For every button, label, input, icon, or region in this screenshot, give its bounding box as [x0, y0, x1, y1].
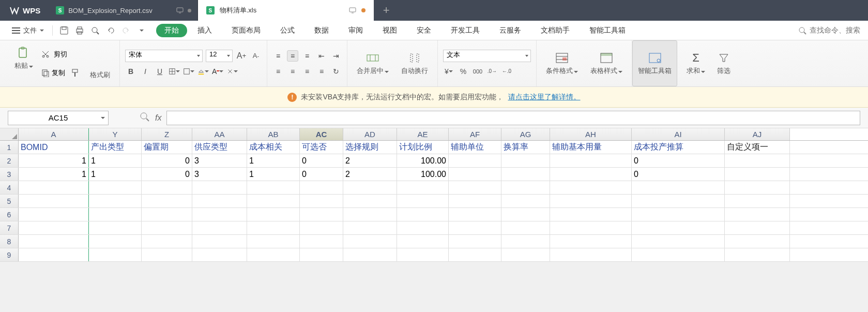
cell[interactable] — [397, 195, 449, 207]
cell[interactable] — [449, 235, 501, 248]
paste-button[interactable]: 粘贴 — [10, 47, 37, 70]
increase-decimal-icon[interactable]: .0→ — [486, 66, 498, 77]
new-tab-button[interactable]: + — [374, 0, 399, 21]
cell[interactable]: 成本相关 — [247, 141, 300, 154]
col-header-AD[interactable]: AD — [343, 128, 397, 140]
col-header-Z[interactable]: Z — [142, 128, 192, 140]
cell[interactable] — [397, 221, 449, 234]
cell[interactable] — [19, 208, 89, 221]
redo-icon[interactable] — [120, 24, 132, 37]
cell[interactable] — [343, 248, 397, 261]
file-menu[interactable]: 文件 — [8, 26, 48, 35]
cell[interactable]: 换算率 — [501, 141, 550, 154]
cell[interactable]: 偏置期 — [142, 141, 192, 154]
font-color-button[interactable]: A — [212, 66, 223, 77]
cell[interactable] — [501, 208, 550, 221]
cell[interactable] — [725, 221, 790, 234]
cell[interactable] — [550, 168, 632, 181]
cell[interactable] — [142, 195, 192, 207]
col-header-AG[interactable]: AG — [501, 128, 550, 140]
col-header-AC[interactable]: AC — [300, 128, 343, 140]
font-size-select[interactable]: 12 — [206, 50, 233, 62]
cell[interactable] — [449, 208, 501, 221]
align-right-icon[interactable]: ≡ — [301, 66, 313, 77]
cell[interactable] — [550, 181, 632, 194]
cell[interactable] — [300, 208, 343, 221]
cell[interactable] — [397, 235, 449, 248]
cell[interactable] — [550, 248, 632, 261]
cell[interactable] — [19, 181, 89, 194]
cell[interactable]: 1 — [19, 154, 89, 167]
cell[interactable] — [89, 235, 142, 248]
cell[interactable]: 3 — [192, 168, 247, 181]
fx-label[interactable]: fx — [155, 113, 161, 123]
customize-qat-icon[interactable] — [135, 24, 148, 37]
cell[interactable]: 辅助基本用量 — [550, 141, 632, 154]
cell[interactable] — [632, 248, 725, 261]
cell[interactable] — [19, 248, 89, 261]
col-header-Y[interactable]: Y — [89, 128, 142, 140]
auto-wrap-button[interactable]: 自动换行 — [397, 52, 432, 76]
decrease-font-icon[interactable]: A- — [250, 50, 262, 62]
cell[interactable] — [300, 248, 343, 261]
name-box[interactable]: AC15 — [8, 111, 109, 125]
cell[interactable] — [142, 221, 192, 234]
align-middle-icon[interactable]: ≡ — [287, 50, 298, 62]
menu-tab-doc-assist[interactable]: 文档助手 — [531, 21, 579, 40]
cell[interactable] — [247, 195, 300, 207]
col-header-AH[interactable]: AH — [550, 128, 632, 140]
format-painter-label[interactable]: 格式刷 — [86, 69, 114, 80]
align-center-icon[interactable]: ≡ — [287, 66, 298, 77]
row-header[interactable]: 9 — [0, 248, 19, 261]
cell[interactable] — [89, 248, 142, 261]
align-left-icon[interactable]: ≡ — [272, 66, 284, 77]
cell[interactable] — [449, 195, 501, 207]
cell[interactable] — [300, 221, 343, 234]
cell[interactable] — [247, 221, 300, 234]
table-style-button[interactable]: 表格样式 — [586, 52, 627, 76]
cell[interactable]: 可选否 — [300, 141, 343, 154]
cell[interactable] — [725, 168, 790, 181]
cell[interactable] — [449, 248, 501, 261]
font-name-select[interactable]: 宋体 — [125, 50, 203, 62]
cell[interactable] — [725, 181, 790, 194]
menu-tab-devtools[interactable]: 开发工具 — [441, 21, 489, 40]
cell[interactable] — [725, 195, 790, 207]
copy-button[interactable]: 复制 — [41, 68, 65, 78]
merge-center-button[interactable]: 合并居中 — [353, 52, 393, 76]
cell[interactable]: 1 — [247, 154, 300, 167]
menu-tab-data[interactable]: 数据 — [305, 21, 338, 40]
close-dot-icon[interactable] — [188, 9, 191, 12]
cell[interactable] — [19, 221, 89, 234]
row-header[interactable]: 3 — [0, 168, 19, 181]
menu-tab-smart-toolbox[interactable]: 智能工具箱 — [580, 21, 635, 40]
cell[interactable] — [192, 181, 247, 194]
cell[interactable] — [142, 208, 192, 221]
cell[interactable]: BOMID — [19, 141, 89, 154]
row-header[interactable]: 1 — [0, 141, 19, 154]
cell[interactable] — [725, 235, 790, 248]
percent-icon[interactable]: % — [458, 66, 469, 77]
cell[interactable] — [725, 248, 790, 261]
cell[interactable]: 1 — [247, 168, 300, 181]
row-header[interactable]: 7 — [0, 221, 19, 234]
formula-input[interactable] — [166, 111, 860, 125]
cell[interactable] — [19, 235, 89, 248]
app-logo[interactable]: WPS — [0, 0, 50, 21]
cell[interactable] — [501, 195, 550, 207]
cell[interactable]: 100.00 — [397, 168, 449, 181]
cell[interactable]: 0 — [142, 168, 192, 181]
cell[interactable]: 100.00 — [397, 154, 449, 167]
cell[interactable] — [192, 195, 247, 207]
cell[interactable] — [247, 235, 300, 248]
cell[interactable]: 成本投产推算 — [632, 141, 725, 154]
cell[interactable] — [550, 221, 632, 234]
fill-pattern-button[interactable] — [183, 66, 194, 77]
cell[interactable] — [300, 181, 343, 194]
cell[interactable]: 0 — [142, 154, 192, 167]
fill-color-button[interactable] — [197, 66, 209, 77]
cell[interactable] — [501, 235, 550, 248]
cell[interactable] — [300, 195, 343, 207]
row-header[interactable]: 4 — [0, 181, 19, 194]
cell[interactable] — [501, 181, 550, 194]
